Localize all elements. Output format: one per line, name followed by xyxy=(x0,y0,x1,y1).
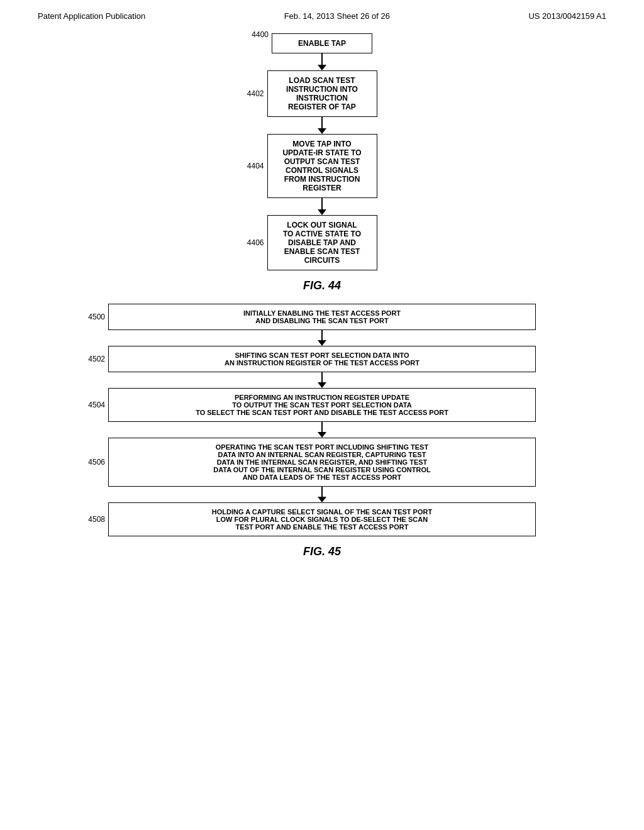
node-label45-4504: 4504 xyxy=(88,401,105,409)
flowbox-4406: LOCK OUT SIGNALTO ACTIVE STATE TODISABLE… xyxy=(267,215,377,270)
node-label-4406: 4406 xyxy=(247,238,264,247)
box-wrapper45-4502: SHIFTING SCAN TEST PORT SELECTION DATA I… xyxy=(108,346,536,372)
fig45-caption: FIG. 45 xyxy=(38,545,606,558)
node-label-4402: 4402 xyxy=(247,89,264,98)
box-wrapper45-4506: OPERATING THE SCAN TEST PORT INCLUDING S… xyxy=(108,438,536,487)
arrow-down-4404 xyxy=(318,128,326,134)
node-label-4400: 4400 xyxy=(252,30,269,39)
arrow-line-4402 xyxy=(321,53,323,65)
fig44-flowchart: ENABLE TAP4400LOAD SCAN TESTINSTRUCTION … xyxy=(38,33,606,270)
flowbox45-4500: INITIALLY ENABLING THE TEST ACCESS PORTA… xyxy=(108,304,536,330)
box-wrapper-4400: ENABLE TAP4400 xyxy=(272,33,372,53)
arrow-down45-4504 xyxy=(318,382,326,388)
flowbox-4402: LOAD SCAN TESTINSTRUCTION INTOINSTRUCTIO… xyxy=(267,70,377,117)
node-label45-4500: 4500 xyxy=(88,313,105,321)
arrow-down45-4508 xyxy=(318,497,326,502)
box-wrapper-4406: LOCK OUT SIGNALTO ACTIVE STATE TODISABLE… xyxy=(267,215,377,270)
header-middle: Feb. 14, 2013 Sheet 26 of 26 xyxy=(284,11,390,21)
box-wrapper45-4504: PERFORMING AN INSTRUCTION REGISTER UPDAT… xyxy=(108,388,536,422)
flowbox45-4508: HOLDING A CAPTURE SELECT SIGNAL OF THE S… xyxy=(108,502,536,536)
node-label45-4502: 4502 xyxy=(88,355,105,363)
arrow-line-4406 xyxy=(321,198,323,209)
arrow-line45-4504 xyxy=(321,372,323,382)
arrow-line-4404 xyxy=(321,117,323,128)
fig45-flowchart: INITIALLY ENABLING THE TEST ACCESS PORTA… xyxy=(38,304,606,536)
flowbox-4404: MOVE TAP INTOUPDATE-IR STATE TOOUTPUT SC… xyxy=(267,134,377,198)
arrow-line45-4506 xyxy=(321,422,323,432)
flowbox45-4506: OPERATING THE SCAN TEST PORT INCLUDING S… xyxy=(108,438,536,487)
arrow-down-4406 xyxy=(318,209,326,215)
arrow-down-4402 xyxy=(318,65,326,70)
header-right: US 2013/0042159 A1 xyxy=(528,11,606,21)
node-label-4404: 4404 xyxy=(247,162,264,170)
arrow-down45-4502 xyxy=(318,340,326,346)
flowbox-4400: ENABLE TAP xyxy=(272,33,372,53)
arrow-line45-4502 xyxy=(321,330,323,340)
header-left: Patent Application Publication xyxy=(38,11,145,21)
box-wrapper-4404: MOVE TAP INTOUPDATE-IR STATE TOOUTPUT SC… xyxy=(267,134,377,198)
arrow-down45-4506 xyxy=(318,432,326,438)
main-content: ENABLE TAP4400LOAD SCAN TESTINSTRUCTION … xyxy=(0,33,644,558)
fig44-caption: FIG. 44 xyxy=(38,279,606,292)
box-wrapper45-4500: INITIALLY ENABLING THE TEST ACCESS PORTA… xyxy=(108,304,536,330)
node-label45-4508: 4508 xyxy=(88,515,105,524)
flowbox45-4502: SHIFTING SCAN TEST PORT SELECTION DATA I… xyxy=(108,346,536,372)
node-label45-4506: 4506 xyxy=(88,458,105,467)
flowbox45-4504: PERFORMING AN INSTRUCTION REGISTER UPDAT… xyxy=(108,388,536,422)
box-wrapper-4402: LOAD SCAN TESTINSTRUCTION INTOINSTRUCTIO… xyxy=(267,70,377,117)
page-header: Patent Application Publication Feb. 14, … xyxy=(0,0,644,27)
box-wrapper45-4508: HOLDING A CAPTURE SELECT SIGNAL OF THE S… xyxy=(108,502,536,536)
arrow-line45-4508 xyxy=(321,487,323,497)
